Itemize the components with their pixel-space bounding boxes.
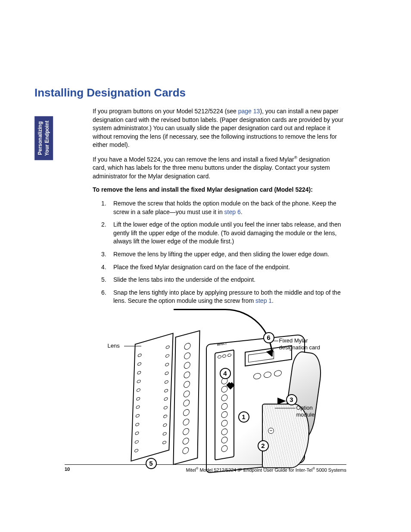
step-bubble-4: 4 <box>220 368 231 379</box>
step-bubble-1: 1 <box>238 411 249 423</box>
p1-t1: If you program buttons on your Model 521… <box>93 108 238 115</box>
step-3-t1: Remove the lens by lifting the upper edg… <box>113 251 329 258</box>
registered-mark: ® <box>294 155 297 160</box>
step-5: Slide the lens tabs into the underside o… <box>93 276 345 284</box>
step-4-t1: Place the fixed Mylar designation card o… <box>113 264 290 271</box>
page-number: 10 <box>65 467 70 473</box>
step-3: Remove the lens by lifting the upper edg… <box>93 250 345 259</box>
step-1-t2: . <box>241 208 243 215</box>
lens-callout: Lens <box>108 342 120 349</box>
step-1: Remove the screw that holds the option m… <box>93 199 345 216</box>
step-2-t1: Lift the lower edge of the option module… <box>113 221 341 245</box>
installation-figure: Lens Fixed Mylar designation card Option… <box>98 313 339 477</box>
page-content: Installing Designation Cards If you prog… <box>34 86 377 477</box>
step-bubble-6: 6 <box>263 332 274 343</box>
body-column: If you program buttons on your Model 521… <box>93 107 345 477</box>
step-6: Snap the lens tightly into place by appl… <box>93 289 345 305</box>
procedure-intro: To remove the lens and install the fixed… <box>93 186 345 194</box>
step-bubble-2: 2 <box>258 440 269 451</box>
step-5-t1: Slide the lens tabs into the underside o… <box>113 276 255 283</box>
ft-t3: 5000 Systems <box>315 467 346 473</box>
step-4: Place the fixed Mylar designation card o… <box>93 263 345 272</box>
intro-para-2: If you have a Model 5224, you can remove… <box>93 155 345 180</box>
step-1-link[interactable]: step 1 <box>255 297 272 304</box>
page-13-link[interactable]: page 13 <box>238 108 260 115</box>
page-heading: Installing Designation Cards <box>34 86 377 100</box>
option-module-callout: Option module <box>296 404 331 418</box>
flip-arrow-icon <box>174 309 273 356</box>
ft-t1: Mitel <box>186 467 196 473</box>
mylar-callout: Fixed Mylar designation card <box>279 337 335 351</box>
screw-icon <box>268 428 274 434</box>
arrow-3-icon <box>277 398 286 404</box>
procedure-steps: Remove the screw that holds the option m… <box>93 199 345 305</box>
p2-t1: If you have a Model 5224, you can remove… <box>93 156 294 163</box>
intro-para-1: If you program buttons on your Model 521… <box>93 107 345 149</box>
step-2: Lift the lower edge of the option module… <box>93 221 345 246</box>
step-6-t1: Snap the lens tightly into place by appl… <box>113 289 341 305</box>
step-6-t2: . <box>272 297 274 304</box>
step-bubble-5: 5 <box>146 458 157 469</box>
step-bubble-3: 3 <box>286 394 297 405</box>
step-6-link[interactable]: step 6 <box>224 208 241 215</box>
lens-drawing <box>131 333 173 461</box>
